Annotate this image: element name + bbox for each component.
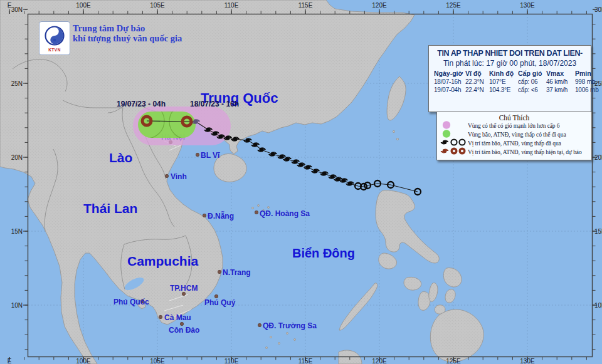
- track-date-label: 19/07/23 - 04h: [117, 100, 166, 108]
- paracel-islet: [268, 207, 270, 209]
- current-forecast-legend-symbol: [439, 146, 468, 159]
- agency-name: Trung tâm Dự báo khí tượng thuỷ văn quốc…: [73, 23, 182, 43]
- green-zone-icon: [443, 130, 450, 137]
- legend-item-label: Vùng bão, ATNĐ, vùng thấp có thể đi qua: [468, 132, 566, 138]
- city-dot: [218, 270, 221, 273]
- cyclone-logo-icon: [42, 25, 67, 48]
- legend-item-label: Vùng có thể có gió mạnh lớn hơn cấp 6: [468, 123, 559, 129]
- country-label: Campuchia: [127, 254, 199, 268]
- lon-tick-label-bottom: E: [8, 358, 12, 364]
- forecast-col-header: Vmax: [546, 70, 575, 78]
- lon-tick-label-bottom: 115E: [298, 358, 313, 364]
- forecast-cell: 37 km/h: [546, 86, 575, 94]
- plum-zone-icon: [443, 121, 450, 128]
- lat-tick-label-left: 20N: [11, 154, 23, 161]
- city-label: Côn Đảo: [169, 326, 199, 335]
- agency-name-line1: Trung tâm Dự báo: [73, 23, 182, 33]
- forecast-cell: 46 km/h: [546, 78, 575, 86]
- city-label: QĐ. Hoàng Sa: [260, 209, 310, 218]
- city-label: N.Trang: [223, 268, 251, 277]
- lat-tick-label-left: 15N: [11, 228, 23, 235]
- forecast-cell: 107°E: [489, 78, 518, 86]
- city-dot: [159, 315, 162, 318]
- batanes-islet: [393, 130, 394, 132]
- city-dot: [165, 174, 168, 177]
- spratly-islet: [266, 347, 268, 349]
- lon-tick-label-bottom: 125E: [446, 358, 461, 364]
- lon-tick-label-top: 100E: [76, 2, 91, 9]
- legend-item: Vị trí tâm bão, ATNĐ, vùng thấp hiện tại…: [437, 148, 591, 157]
- city-dot: [255, 211, 258, 214]
- forecast-cell: cấp: <6: [518, 86, 546, 94]
- forecast-col-header: Kinh độ: [489, 70, 518, 78]
- lat-tick-label-right: 30N: [594, 6, 602, 13]
- forecast-cell: 19/07-04h: [434, 86, 465, 94]
- forecast-cell: 1006 mb: [575, 86, 601, 94]
- country-label: Lào: [109, 150, 132, 165]
- lat-tick-label-right: 15N: [594, 228, 602, 235]
- legend-item-label: Vị trí tâm bão, ATNĐ, vùng thấp đã qua: [468, 140, 561, 147]
- lon-tick-label-bottom: 105E: [150, 358, 165, 364]
- forecast-cell: 22.4°N: [465, 86, 489, 94]
- forecast-col-header: Ngày-giờ: [434, 70, 465, 78]
- forecast-ring-icon: [460, 148, 465, 153]
- spratly-islet: [294, 339, 296, 341]
- lon-tick-label-top: 125E: [446, 2, 461, 9]
- city-label: TP.HCM: [170, 284, 198, 293]
- forecast-cell: 22.3°N: [465, 78, 489, 86]
- lon-tick-label-bottom: 110E: [224, 358, 239, 364]
- forecast-table: Ngày-giờVĩ độKinh độCấp gióVmaxPmin18/07…: [429, 68, 591, 94]
- past-low-icon: [459, 139, 465, 145]
- country-label: Biển Đông: [292, 246, 355, 260]
- city-dot: [214, 294, 218, 298]
- spratly-islet: [278, 343, 280, 345]
- past-low-icon: [451, 139, 457, 145]
- lon-tick-label-top: 120E: [372, 2, 387, 9]
- city-dot: [258, 323, 261, 326]
- lat-tick-label-left: 30N: [11, 6, 23, 13]
- current-typhoon-icon: [441, 149, 449, 153]
- agency-logo: KTVN: [39, 21, 70, 55]
- agency-name-line2: khí tượng thuỷ văn quốc gia: [73, 33, 182, 43]
- storm-track-map-screen: Trung QuốcLàoThái LanCampuchiaBiển Đông …: [0, 0, 602, 364]
- track-date-label: 18/07/23 - 16h: [190, 100, 239, 108]
- logo-text: KTVN: [48, 48, 61, 52]
- lon-tick-label-top: 105E: [150, 2, 165, 9]
- lon-tick-label-top: 110E: [224, 2, 239, 9]
- city-dot: [203, 214, 206, 217]
- forecast-ring-icon: [452, 148, 457, 153]
- city-label: QĐ. Trường Sa: [263, 321, 317, 330]
- lon-tick-label-bottom: 120E: [372, 358, 387, 364]
- lat-tick-label-right: 10N: [594, 302, 602, 309]
- panay-island: [404, 277, 421, 290]
- paracel-islet: [252, 207, 254, 209]
- forecast-col-header: Cấp gió: [518, 70, 546, 78]
- lat-tick-label-left: 25N: [11, 80, 23, 87]
- lat-tick-label-right: 20N: [594, 154, 602, 161]
- lon-tick-label-top: 115E: [298, 2, 313, 9]
- lon-tick-label-top: 130E: [520, 2, 535, 9]
- legend-item-label: Vị trí tâm bão, ATNĐ, vùng thấp hiện tại…: [468, 149, 582, 155]
- bulletin-issued-time: Tin phát lúc: 17 giờ 00 phút, 18/07/2023: [429, 59, 591, 68]
- forecast-cell: cấp: 06: [518, 78, 546, 86]
- lon-tick-label-bottom: 130E: [520, 358, 535, 364]
- city-dot: [182, 292, 185, 295]
- forecast-cell: 104.3°E: [489, 86, 518, 94]
- forecast-col-header: Vĩ độ: [465, 70, 489, 78]
- forecast-cell: 998 mb: [575, 78, 601, 86]
- city-label: Đ.Nẵng: [208, 211, 234, 221]
- spratly-islet: [287, 333, 288, 335]
- batanes-islet: [396, 138, 398, 140]
- lon-tick-label-bottom: 100E: [76, 358, 91, 364]
- paracel-islet: [258, 205, 260, 207]
- city-label: Cà Mau: [164, 313, 191, 322]
- city-label: BL Vĩ: [201, 151, 220, 160]
- forecast-col-header: Pmin: [575, 70, 601, 78]
- legend-rows: Vùng có thể có gió mạnh lớn hơn cấp 6Vùn…: [437, 122, 591, 157]
- spratly-islet: [270, 336, 272, 338]
- bulletin-info-box: TIN AP THAP NHIET DOI TREN DAT LIEN- Tin…: [428, 45, 591, 112]
- forecast-cell: 18/07-16h: [434, 78, 465, 86]
- country-label: Thái Lan: [83, 201, 137, 216]
- legend-box: Chú Thích Vùng có thể có gió mạnh lớn hơ…: [436, 112, 592, 160]
- city-dot: [196, 153, 199, 156]
